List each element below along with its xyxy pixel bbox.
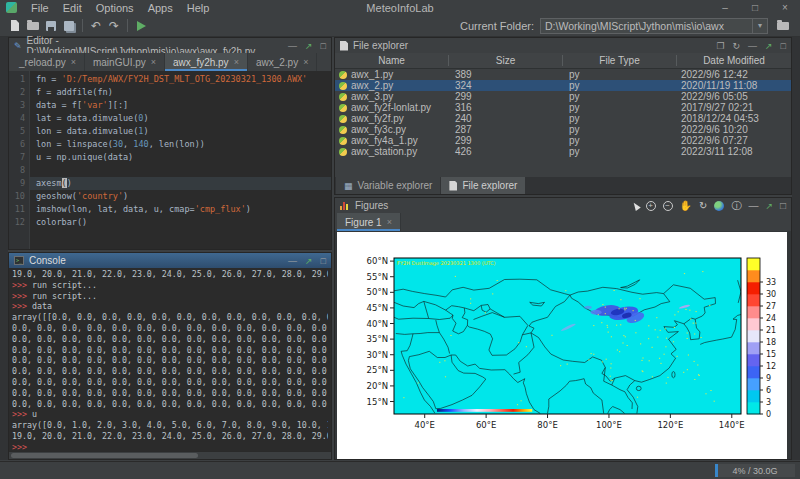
close-tab-icon[interactable]: × (71, 57, 76, 67)
tab-figure-1[interactable]: Figure 1 × (337, 213, 401, 231)
code-line: 9axesm() (9, 177, 331, 190)
browse-folder-icon (777, 22, 789, 30)
column-header-file-type[interactable]: File Type (563, 55, 677, 66)
maximize-panel-icon[interactable]: □ (781, 41, 786, 51)
menu-apps[interactable]: Apps (141, 2, 180, 14)
column-header-size[interactable]: Size (449, 55, 563, 66)
close-tab-icon[interactable]: × (303, 57, 308, 67)
console-output[interactable]: 19.0, 20.0, 21.0, 22.0, 23.0, 24.0, 25.0… (9, 268, 331, 451)
run-script-button[interactable] (132, 17, 150, 34)
code-line: 10geoshow('country') (9, 190, 331, 203)
code-line: 11imshow(lon, lat, data, u, cmap='cmp_fl… (9, 203, 331, 216)
zoom-in-icon[interactable]: + (646, 201, 656, 211)
svg-text:12: 12 (766, 362, 776, 371)
file-explorer-title-bar: File explorer ❐ ↻ — ↗ □ (335, 38, 791, 53)
console-line: 19.0, 20.0, 21.0, 22.0, 23.0, 24.0, 25.0… (12, 431, 328, 442)
svg-text:15°N: 15°N (367, 397, 388, 407)
file-row-awx_fy4a_1.py[interactable]: awx_fy4a_1.py299py2022/9/6 07:27 (335, 135, 791, 146)
select-cursor-icon[interactable] (631, 201, 641, 211)
scrollbar-thumb[interactable] (11, 453, 198, 458)
editor-tab-awx_fy2h.py[interactable]: awx_fy2h.py× (165, 53, 248, 71)
file-row-awx_station.py[interactable]: awx_station.py426py2022/3/11 12:08 (335, 146, 791, 157)
current-folder-input[interactable] (541, 20, 752, 32)
close-tab-icon[interactable]: × (234, 57, 239, 67)
file-row-awx_fy2f.py[interactable]: awx_fy2f.py240py2018/12/24 04:53 (335, 113, 791, 124)
console-horizontal-scrollbar[interactable] (9, 451, 331, 459)
close-window-icon[interactable]: × (770, 2, 800, 13)
zoom-out-icon[interactable]: − (663, 201, 673, 211)
column-header-date-modified[interactable]: Date Modified (677, 55, 791, 66)
console-line: array([[0.0, 0.0, 0.0, 0.0, 0.0, 0.0, 0.… (12, 312, 328, 323)
console-line: 0.0, 0.0, 0.0, 0.0, 0.0, 0.0, 0.0, 0.0, … (12, 388, 328, 399)
console-line: >>> (12, 442, 328, 451)
figures-title-bar: Figures + − ✋ ↻ ⓘ — ↗ □ (335, 198, 791, 213)
code-editor[interactable]: 1fn = 'D:/Temp/AWX/FY2H_DST_MLT_OTG_2023… (9, 71, 331, 249)
tab-variable-explorer[interactable]: ▦Variable explorer (336, 177, 440, 194)
float-panel-icon[interactable]: ↗ (765, 201, 773, 211)
editor-tab-_reload.py[interactable]: _reload.py× (11, 53, 85, 71)
menu-edit[interactable]: Edit (56, 2, 89, 14)
console-line: 0.0, 0.0, 0.0, 0.0, 0.0, 0.0, 0.0, 0.0, … (12, 377, 328, 388)
refresh-icon[interactable]: ↻ (732, 41, 740, 51)
memory-usage-text: 4% / 30.0G (732, 466, 777, 476)
globe-icon[interactable] (714, 201, 724, 211)
menu-options[interactable]: Options (89, 2, 141, 14)
console-line: >>> run script... (12, 291, 328, 302)
maximize-window-icon[interactable]: □ (740, 2, 770, 13)
float-panel-icon[interactable]: ↗ (305, 41, 313, 51)
console-line: 0.0, 0.0, 0.0, 0.0, 0.0, 0.0, 0.0, 0.0, … (12, 323, 328, 334)
editor-tab-mainGUI.py[interactable]: mainGUI.py× (85, 53, 165, 71)
console-title: Console (29, 255, 66, 266)
app-logo-icon (6, 2, 17, 13)
svg-text:120°E: 120°E (657, 420, 683, 430)
code-line: 2f = addfile(fn) (9, 86, 331, 99)
file-row-awx_1.py[interactable]: awx_1.py389py2022/9/6 12:42 (335, 69, 791, 80)
open-file-button[interactable] (24, 17, 42, 34)
save-button[interactable] (42, 17, 60, 34)
figures-tab-bar: Figure 1 × (335, 213, 791, 231)
export-icon[interactable]: ❐ (716, 41, 724, 51)
rotate-icon[interactable]: ↻ (699, 200, 707, 211)
svg-text:50°N: 50°N (367, 287, 388, 297)
map-figure[interactable]: FY2H DustImage 20230321 1300 (UTC)40°E60… (337, 232, 787, 459)
minimize-window-icon[interactable]: – (710, 2, 740, 13)
file-row-awx_fy3c.py[interactable]: awx_fy3c.py287py2022/9/6 10:20 (335, 124, 791, 135)
chevron-down-icon[interactable]: ▾ (752, 19, 767, 33)
file-table-header[interactable]: NameSizeFile TypeDate Modified (335, 53, 791, 69)
close-tab-icon[interactable]: × (151, 57, 156, 67)
column-header-name[interactable]: Name (335, 55, 449, 66)
float-panel-icon[interactable]: ↗ (765, 41, 773, 51)
save-as-button[interactable] (60, 17, 78, 34)
pan-icon[interactable]: ✋ (680, 200, 692, 211)
console-line: >>> data (12, 301, 328, 312)
minimize-panel-icon[interactable]: — (288, 41, 297, 51)
new-script-button[interactable] (6, 17, 24, 34)
file-explorer-panel-buttons: ❐ ↻ — ↗ □ (716, 41, 786, 51)
maximize-panel-icon[interactable]: □ (780, 200, 786, 211)
tab-file-explorer[interactable]: File explorer (441, 177, 525, 194)
minimize-panel-icon[interactable]: — (288, 256, 297, 266)
svg-text:40°E: 40°E (414, 420, 434, 430)
menu-items: FileEditOptionsAppsHelp (24, 2, 216, 14)
float-panel-icon[interactable]: ↗ (305, 256, 313, 266)
svg-text:9: 9 (766, 374, 771, 383)
save-as-icon (64, 21, 74, 31)
identify-icon[interactable]: ⓘ (731, 199, 741, 213)
figure-canvas[interactable]: FY2H DustImage 20230321 1300 (UTC)40°E60… (335, 231, 791, 459)
redo-button[interactable]: ↷ (105, 17, 123, 34)
file-row-awx_3.py[interactable]: awx_3.py299py2022/9/6 05:05 (335, 91, 791, 102)
close-tab-icon[interactable]: × (387, 217, 392, 227)
menu-file[interactable]: File (24, 2, 56, 14)
file-row-awx_fy2f-lonlat.py[interactable]: awx_fy2f-lonlat.py316py2017/9/27 02:21 (335, 102, 791, 113)
editor-tab-awx_2.py[interactable]: awx_2.py× (248, 53, 318, 71)
console-line: >>> u (12, 409, 328, 420)
minimize-panel-icon[interactable]: — (748, 200, 758, 211)
undo-button[interactable]: ↶ (87, 17, 105, 34)
maximize-panel-icon[interactable]: □ (321, 256, 326, 266)
file-row-awx_2.py[interactable]: awx_2.py324py2020/11/19 11:08 (335, 80, 791, 91)
menu-help[interactable]: Help (180, 2, 217, 14)
maximize-panel-icon[interactable]: □ (321, 41, 326, 51)
minimize-panel-icon[interactable]: — (748, 41, 757, 51)
current-folder-combobox[interactable]: ▾ (540, 18, 768, 34)
browse-folder-button[interactable] (774, 17, 792, 34)
